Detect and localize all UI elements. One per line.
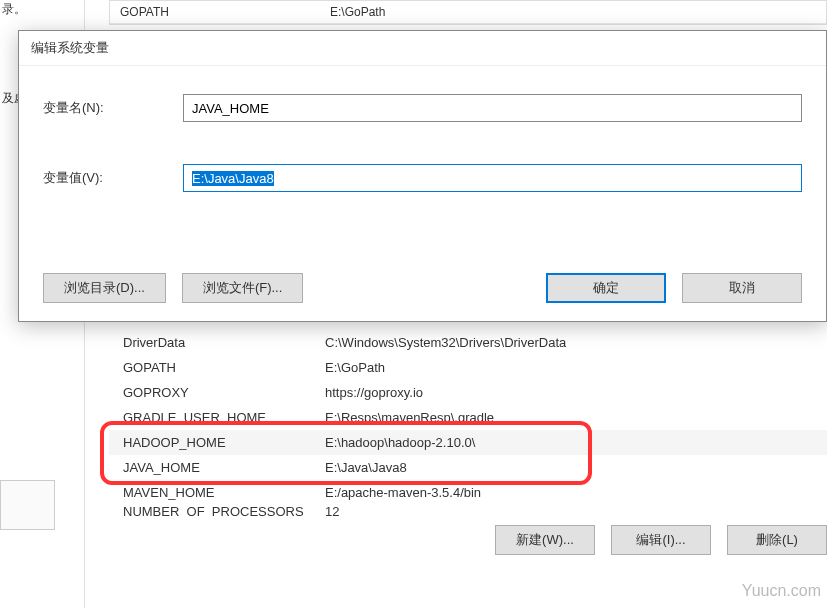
env-value: E:\Resps\mavenResp\.gradle: [319, 410, 827, 425]
new-button[interactable]: 新建(W)...: [495, 525, 595, 555]
browse-file-button[interactable]: 浏览文件(F)...: [182, 273, 303, 303]
table-row[interactable]: JAVA_HOME E:\Java\Java8: [109, 455, 827, 480]
env-name: GOPATH: [110, 1, 320, 23]
env-variables-table: DriverData C:\Windows\System32\Drivers\D…: [109, 330, 827, 517]
variable-name-input[interactable]: [183, 94, 802, 122]
table-row[interactable]: NUMBER_OF_PROCESSORS 12: [109, 505, 827, 517]
left-fragment: [0, 480, 55, 530]
env-value: 12: [319, 505, 827, 517]
env-value: E:\GoPath: [319, 360, 827, 375]
env-value: https://goproxy.io: [319, 385, 827, 400]
table-row[interactable]: DriverData C:\Windows\System32\Drivers\D…: [109, 330, 827, 355]
env-value: E:\Java\Java8: [319, 460, 827, 475]
env-value: C:\Windows\System32\Drivers\DriverData: [319, 335, 827, 350]
table-row[interactable]: GRADLE_USER_HOME E:\Resps\mavenResp\.gra…: [109, 405, 827, 430]
name-label: 变量名(N):: [43, 99, 183, 117]
env-name: HADOOP_HOME: [109, 435, 319, 450]
env-name: JAVA_HOME: [109, 460, 319, 475]
delete-button[interactable]: 删除(L): [727, 525, 827, 555]
table-row[interactable]: GOPATH E:\GoPath: [110, 1, 826, 24]
edit-button[interactable]: 编辑(I)...: [611, 525, 711, 555]
value-label: 变量值(V):: [43, 169, 183, 187]
env-name: DriverData: [109, 335, 319, 350]
env-name: MAVEN_HOME: [109, 485, 319, 500]
dialog-title: 编辑系统变量: [19, 31, 826, 66]
env-name: GOPROXY: [109, 385, 319, 400]
browse-directory-button[interactable]: 浏览目录(D)...: [43, 273, 166, 303]
top-env-table: GOPATH E:\GoPath: [109, 0, 827, 25]
env-name: GRADLE_USER_HOME: [109, 410, 319, 425]
name-row: 变量名(N):: [43, 94, 802, 122]
env-value: E:\hadoop\hadoop-2.10.0\: [319, 435, 827, 450]
cancel-button[interactable]: 取消: [682, 273, 802, 303]
env-action-buttons: 新建(W)... 编辑(I)... 删除(L): [495, 525, 827, 555]
sidebar-text-1: 录。: [2, 1, 26, 18]
table-row[interactable]: GOPROXY https://goproxy.io: [109, 380, 827, 405]
ok-button[interactable]: 确定: [546, 273, 666, 303]
table-row[interactable]: GOPATH E:\GoPath: [109, 355, 827, 380]
dialog-body: 变量名(N): 变量值(V): E:\Java\Java8: [19, 66, 826, 258]
edit-variable-dialog: 编辑系统变量 变量名(N): 变量值(V): E:\Java\Java8 浏览目…: [18, 30, 827, 322]
env-value: E:/apache-maven-3.5.4/bin: [319, 485, 827, 500]
env-name: NUMBER_OF_PROCESSORS: [109, 505, 319, 517]
value-row: 变量值(V): E:\Java\Java8: [43, 164, 802, 192]
spacer: [319, 273, 530, 303]
env-value: E:\GoPath: [320, 1, 826, 23]
table-row[interactable]: MAVEN_HOME E:/apache-maven-3.5.4/bin: [109, 480, 827, 505]
watermark-text: Yuucn.com: [742, 582, 821, 600]
dialog-buttons: 浏览目录(D)... 浏览文件(F)... 确定 取消: [19, 273, 826, 303]
table-row[interactable]: HADOOP_HOME E:\hadoop\hadoop-2.10.0\: [109, 430, 827, 455]
env-name: GOPATH: [109, 360, 319, 375]
variable-value-input[interactable]: E:\Java\Java8: [183, 164, 802, 192]
